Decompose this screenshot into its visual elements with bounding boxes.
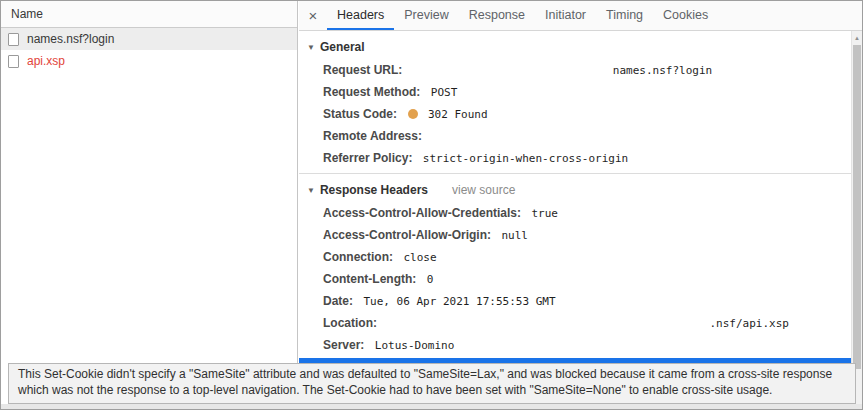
request-url-value: names.nsf?login	[613, 64, 712, 77]
header-row-connection: Connection: close	[299, 245, 851, 267]
scrollbar-thumb[interactable]	[853, 45, 861, 369]
status-dot-icon	[408, 109, 418, 119]
samesite-warning-tooltip: This Set-Cookie didn't specify a "SameSi…	[8, 363, 856, 404]
tab-response[interactable]: Response	[459, 1, 535, 30]
request-method-value: POST	[431, 86, 458, 99]
scrollbar-up-arrow-icon[interactable]: ▲	[852, 31, 862, 44]
header-row-acac: Access-Control-Allow-Credentials: true	[299, 201, 851, 223]
close-icon[interactable]: ×	[299, 1, 327, 30]
tab-timing[interactable]: Timing	[596, 1, 653, 30]
name-column-header[interactable]: Name	[1, 1, 297, 28]
bottom-strip	[1, 404, 862, 409]
response-headers-section-title: Response Headers	[320, 183, 428, 197]
request-name: names.nsf?login	[27, 32, 114, 46]
headers-detail-view: ▼ General Request URL: names.nsf?login R…	[299, 31, 851, 409]
referrer-policy-value: strict-origin-when-cross-origin	[423, 152, 628, 165]
request-list-panel: Name names.nsf?login api.xsp	[1, 1, 298, 409]
response-headers-section-header[interactable]: ▼ Response Headers view source	[299, 174, 851, 201]
header-row-date: Date: Tue, 06 Apr 2021 17:55:53 GMT	[299, 289, 851, 311]
header-row-request-method: Request Method: POST	[299, 80, 851, 102]
request-row-api-xsp[interactable]: api.xsp	[1, 50, 297, 72]
header-row-location: Location: .nsf/api.xsp	[299, 311, 851, 333]
header-row-remote-address: Remote Address:	[299, 124, 851, 146]
view-source-link[interactable]: view source	[452, 183, 515, 197]
tab-cookies[interactable]: Cookies	[653, 1, 718, 30]
tab-headers[interactable]: Headers	[327, 1, 394, 30]
general-section-title: General	[320, 40, 365, 54]
header-row-referrer-policy: Referrer Policy: strict-origin-when-cros…	[299, 146, 851, 168]
location-value: .nsf/api.xsp	[709, 317, 788, 330]
header-row-acao: Access-Control-Allow-Origin: null	[299, 223, 851, 245]
request-row-names-nsf[interactable]: names.nsf?login	[1, 28, 297, 50]
request-detail-panel: × Headers Preview Response Initiator Tim…	[299, 1, 862, 409]
status-code-value: 302 Found	[428, 108, 488, 121]
chevron-down-icon: ▼	[307, 43, 315, 52]
devtools-network-panel: Name names.nsf?login api.xsp × Headers P…	[0, 0, 863, 410]
document-icon	[8, 55, 19, 68]
tab-preview[interactable]: Preview	[394, 1, 458, 30]
chevron-down-icon: ▼	[307, 186, 315, 195]
vertical-scrollbar[interactable]: ▲	[851, 31, 862, 409]
request-name-error: api.xsp	[27, 54, 65, 68]
tab-initiator[interactable]: Initiator	[535, 1, 596, 30]
header-row-status-code: Status Code: 302 Found	[299, 102, 851, 124]
header-row-request-url: Request URL: names.nsf?login	[299, 58, 851, 80]
general-section-header[interactable]: ▼ General	[299, 31, 851, 58]
header-row-content-length: Content-Length: 0	[299, 267, 851, 289]
document-icon	[8, 33, 19, 46]
header-row-server: Server: Lotus-Domino	[299, 333, 851, 355]
detail-tabbar: × Headers Preview Response Initiator Tim…	[299, 1, 862, 31]
